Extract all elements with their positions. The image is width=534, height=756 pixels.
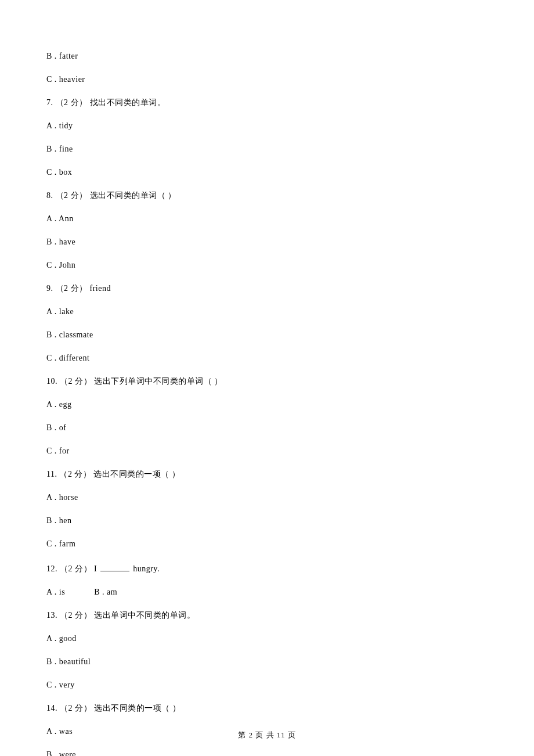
option-text: A . is <box>46 588 65 596</box>
question-text: 11. （2 分） 选出不同类的一项（ ） <box>46 470 488 478</box>
option-text: A . egg <box>46 401 488 409</box>
question-text: 12. （2 分） I hungry. <box>46 563 488 573</box>
option-row: A . isB . am <box>46 588 488 596</box>
option-text: C . heavier <box>46 75 488 84</box>
option-text: C . box <box>46 168 488 177</box>
option-text: B . fine <box>46 145 488 153</box>
option-text: B . beautiful <box>46 658 488 666</box>
option-text: C . different <box>46 354 488 362</box>
option-text: C . very <box>46 681 488 689</box>
option-text: B . fatter <box>46 52 488 60</box>
option-text: B . classmate <box>46 331 488 339</box>
question-text: 13. （2 分） 选出单词中不同类的单词。 <box>46 611 488 620</box>
option-text: C . for <box>46 447 488 455</box>
option-text: C . farm <box>46 540 488 548</box>
option-text: A . good <box>46 635 488 643</box>
page-footer: 第 2 页 共 11 页 <box>0 731 534 739</box>
option-text: B . were <box>46 751 488 756</box>
option-text: B . am <box>94 588 117 596</box>
question-text: 7. （2 分） 找出不同类的单词。 <box>46 99 488 107</box>
option-text: B . of <box>46 424 488 432</box>
option-text: A . lake <box>46 308 488 316</box>
option-text: A . horse <box>46 494 488 502</box>
question-text: 10. （2 分） 选出下列单词中不同类的单词（ ） <box>46 377 488 386</box>
question-text: 14. （2 分） 选出不同类的一项（ ） <box>46 704 488 712</box>
question-suffix: hungry. <box>131 564 160 573</box>
option-text: B . have <box>46 238 488 246</box>
option-text: B . hen <box>46 517 488 525</box>
option-text: C . John <box>46 261 488 269</box>
question-prefix: 12. （2 分） I <box>46 564 99 573</box>
option-text: A . tidy <box>46 122 488 130</box>
fill-blank <box>100 563 129 571</box>
question-text: 8. （2 分） 选出不同类的单词（ ） <box>46 192 488 200</box>
option-text: A . Ann <box>46 215 488 223</box>
question-text: 9. （2 分） friend <box>46 285 488 293</box>
